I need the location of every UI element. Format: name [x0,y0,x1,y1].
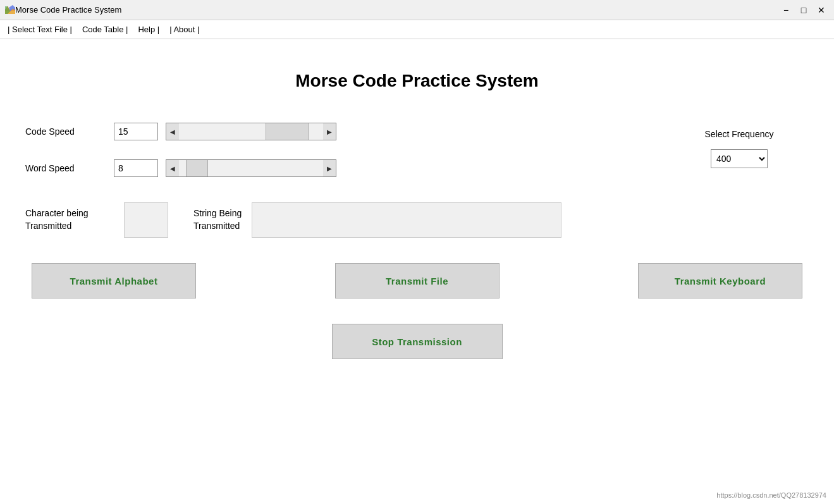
string-transmitted-group: String BeingTransmitted [193,202,809,238]
frequency-select[interactable]: 400 600 700 800 1000 [711,149,768,168]
menu-select-text-file[interactable]: | Select Text File | [3,22,77,37]
string-transmitted-display [252,202,561,238]
transmit-file-button[interactable]: Transmit File [335,263,500,298]
title-bar: Morse Code Practice System − □ ✕ [0,0,834,20]
stop-section: Stop Transmission [25,324,809,359]
code-speed-label: Code Speed [25,126,114,137]
left-controls: Code Speed ◀ ▶ Word Speed ◀ [25,123,670,196]
char-transmitted-label: Character beingTransmitted [25,207,114,232]
code-speed-row: Code Speed ◀ ▶ [25,123,670,140]
close-button[interactable]: ✕ [814,3,829,18]
code-speed-input[interactable] [114,123,158,140]
char-transmitted-group: Character beingTransmitted [25,202,168,238]
word-speed-slider[interactable]: ◀ ▶ [166,159,336,177]
minimize-button[interactable]: − [778,3,794,18]
right-controls: Select Frequency 400 600 700 800 1000 [670,123,809,168]
word-speed-slider-right[interactable]: ▶ [323,160,336,176]
word-speed-track [179,160,323,176]
menu-help[interactable]: Help | [133,22,164,37]
frequency-label: Select Frequency [705,129,774,139]
code-speed-slider-left[interactable]: ◀ [166,123,179,140]
menu-about[interactable]: | About | [164,22,204,37]
footer-url: https://blog.csdn.net/QQ278132974 [716,491,826,499]
char-transmitted-display [124,202,168,238]
window-controls: − □ ✕ [778,3,829,18]
menu-code-table[interactable]: Code Table | [77,22,133,37]
word-speed-label: Word Speed [25,163,114,173]
word-speed-slider-left[interactable]: ◀ [166,160,179,176]
maximize-button[interactable]: □ [796,3,811,18]
word-speed-input[interactable] [114,159,158,177]
action-buttons-section: Transmit Alphabet Transmit File Transmit… [25,263,809,298]
string-transmitted-label: String BeingTransmitted [193,207,242,232]
main-content: Morse Code Practice System Code Speed ◀ … [0,39,834,372]
code-speed-track [179,123,323,140]
window-title: Morse Code Practice System [15,5,778,15]
menu-bar: | Select Text File | Code Table | Help |… [0,20,834,39]
word-speed-row: Word Speed ◀ ▶ [25,159,670,177]
app-icon [5,5,15,15]
code-speed-thumb [266,123,309,140]
transmit-alphabet-button[interactable]: Transmit Alphabet [32,263,196,298]
code-speed-slider[interactable]: ◀ ▶ [166,123,336,140]
word-speed-thumb [186,160,207,176]
transmitted-section: Character beingTransmitted String BeingT… [25,202,809,238]
code-speed-slider-right[interactable]: ▶ [323,123,336,140]
page-title: Morse Code Practice System [25,71,809,91]
stop-transmission-button[interactable]: Stop Transmission [332,324,503,359]
transmit-keyboard-button[interactable]: Transmit Keyboard [638,263,802,298]
